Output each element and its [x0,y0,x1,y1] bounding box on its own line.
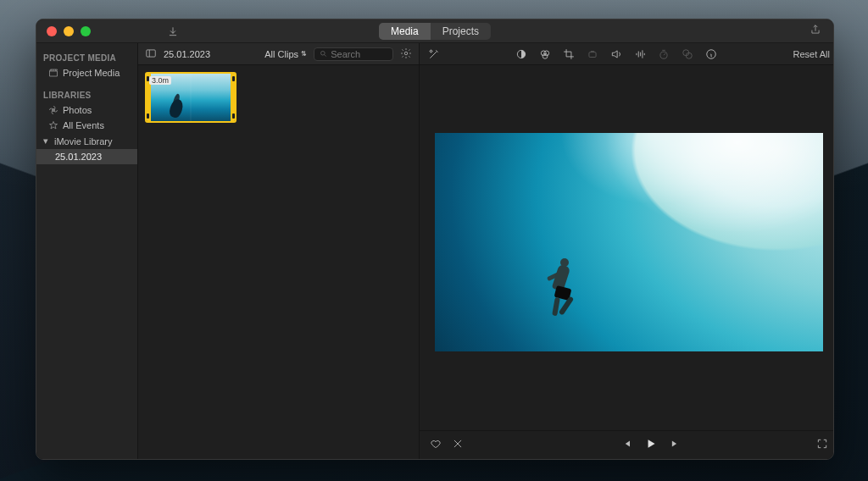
media-browser: 25.01.2023 All Clips ⇅ 3.0m [138,43,420,459]
clips-area[interactable]: 3.0m [138,65,419,459]
svg-point-6 [544,50,549,55]
fullscreen-icon[interactable] [816,438,828,453]
enhance-wand-icon[interactable] [428,48,440,60]
clip-duration-badge: 3.0m [149,76,171,85]
svg-point-3 [404,52,408,55]
sidebar-item-project-media[interactable]: Project Media [36,65,137,80]
browser-title: 25.01.2023 [164,49,210,59]
sidebar-item-label: Photos [63,105,92,115]
search-icon [320,49,327,58]
favorite-heart-icon[interactable] [430,438,442,453]
volume-icon[interactable] [610,48,622,60]
stabilization-icon[interactable] [587,48,598,60]
import-icon[interactable] [167,25,179,37]
browser-toolbar: 25.01.2023 All Clips ⇅ [138,43,419,65]
sidebar-item-all-events[interactable]: All Events [36,118,137,133]
crop-icon[interactable] [563,48,575,60]
sidebar-item-event[interactable]: 25.01.2023 [36,149,137,164]
sidebar-item-photos[interactable]: Photos [36,102,137,118]
search-input[interactable] [331,49,387,59]
color-correction-icon[interactable] [539,48,551,60]
sidebar: PROJECT MEDIA Project Media LIBRARIES Ph… [36,43,138,459]
view-tabs: Media Projects [379,23,491,40]
sidebar-item-label: iMovie Library [54,136,112,147]
viewer-panel: Reset All [420,43,834,459]
share-icon[interactable] [810,24,821,39]
titlebar: Media Projects [36,19,833,43]
viewer-toolbar: Reset All [420,43,834,65]
tab-media[interactable]: Media [379,23,431,40]
search-field[interactable] [314,47,393,61]
clapperboard-icon [48,68,58,78]
speed-icon[interactable] [658,48,670,60]
sidebar-item-library[interactable]: ▾ iMovie Library [36,133,137,149]
browser-settings-icon[interactable] [400,47,412,61]
next-frame-icon[interactable] [670,438,682,453]
svg-rect-1 [147,49,156,56]
fullscreen-window-button[interactable] [81,26,91,36]
previous-frame-icon[interactable] [620,438,632,453]
clip-filter-dropdown[interactable]: All Clips ⇅ [264,49,307,59]
sidebar-item-label: Project Media [63,68,120,78]
close-window-button[interactable] [47,26,57,36]
sidebar-item-label: All Events [63,120,104,130]
clip-filter-label: All Clips [264,49,298,59]
star-icon [48,120,58,130]
svg-point-2 [321,51,326,55]
minimize-window-button[interactable] [64,26,74,36]
video-clip-thumbnail[interactable]: 3.0m [145,72,236,123]
disclosure-triangle-icon[interactable]: ▾ [43,135,48,147]
color-balance-icon[interactable] [515,48,527,60]
imovie-window: Media Projects PROJECT MEDIA Project Med… [36,19,834,460]
svg-rect-8 [589,52,596,57]
play-button[interactable] [644,437,658,454]
info-icon[interactable] [705,48,717,60]
sidebar-heading-project-media: PROJECT MEDIA [36,50,137,65]
viewer-controls [420,430,834,459]
toggle-sidebar-icon[interactable] [145,47,157,61]
reject-x-icon[interactable] [452,438,464,453]
sidebar-item-label: 25.01.2023 [55,152,102,162]
viewer-stage [420,65,834,430]
sidebar-heading-libraries: LIBRARIES [36,87,137,102]
window-controls [47,26,91,36]
clip-trim-handle-right[interactable] [231,74,236,121]
reset-all-button[interactable]: Reset All [793,49,830,59]
video-preview[interactable] [435,133,823,351]
svg-point-7 [542,53,548,58]
filters-icon[interactable] [682,48,693,60]
tab-projects[interactable]: Projects [431,23,491,40]
updown-chevron-icon: ⇅ [301,50,307,58]
photos-flower-icon [48,105,58,115]
noise-equalizer-icon[interactable] [634,48,646,60]
